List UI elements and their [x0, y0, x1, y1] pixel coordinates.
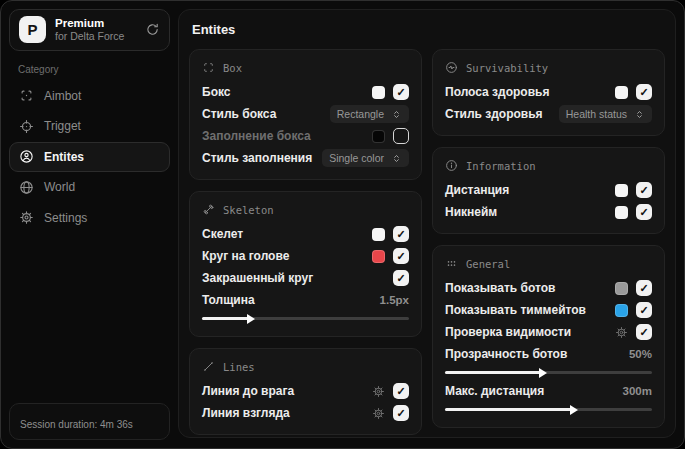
checkbox[interactable]: ✓	[636, 182, 652, 198]
person-icon	[19, 149, 34, 164]
setting-label: Стиль бокса	[202, 107, 276, 121]
setting-label: Показывать ботов	[445, 281, 555, 295]
checkbox[interactable]: ✓	[636, 280, 652, 296]
color-swatch[interactable]	[615, 184, 628, 197]
setting-controls: ✓	[615, 302, 652, 318]
sidebar-item-world[interactable]: World	[9, 172, 170, 203]
setting-row: Дистанция✓	[445, 179, 652, 201]
panel-title: Skeleton	[223, 204, 274, 216]
setting-row: Скелет✓	[202, 223, 409, 245]
sidebar-item-label: Aimbot	[44, 89, 81, 103]
setting-controls: ✓	[372, 226, 409, 242]
color-swatch[interactable]	[615, 206, 628, 219]
setting-controls: ✓	[615, 324, 652, 340]
dropdown-select[interactable]: Rectangle	[330, 105, 409, 123]
checkbox[interactable]: ✓	[393, 383, 409, 399]
dropdown-select[interactable]: Single color	[322, 149, 409, 167]
session-duration-label: Session duration: 4m 36s	[9, 403, 170, 440]
checkbox[interactable]: ✓	[393, 270, 409, 286]
sidebar-item-settings[interactable]: Settings	[9, 203, 170, 234]
config-gear-icon[interactable]	[372, 407, 385, 420]
slider[interactable]	[202, 313, 409, 323]
setting-controls: Rectangle	[330, 105, 409, 123]
bone-icon	[202, 203, 215, 216]
info-icon	[445, 159, 458, 172]
setting-row: Бокс✓	[202, 81, 409, 103]
premium-card: P Premium for Delta Force	[9, 9, 170, 51]
setting-label: Заполнение бокса	[202, 129, 311, 143]
pulse-icon	[445, 61, 458, 74]
setting-row: Показывать ботов✓	[445, 277, 652, 299]
slider-thumb[interactable]	[570, 405, 578, 415]
color-swatch[interactable]	[372, 228, 385, 241]
checkbox[interactable]: ✓	[393, 226, 409, 242]
sidebar-item-entites[interactable]: Entites	[9, 142, 170, 173]
slider-fill	[445, 371, 542, 374]
color-swatch[interactable]	[372, 250, 385, 263]
color-swatch[interactable]	[615, 86, 628, 99]
color-swatch[interactable]	[615, 304, 628, 317]
page-title: Entites	[192, 22, 665, 37]
setting-label: Стиль заполнения	[202, 151, 312, 165]
color-swatch[interactable]	[615, 282, 628, 295]
checkbox[interactable]: ✓	[636, 302, 652, 318]
setting-row: Заполнение бокса	[202, 125, 409, 147]
config-gear-icon[interactable]	[372, 385, 385, 398]
setting-label: Толщина	[202, 293, 255, 307]
color-swatch[interactable]	[372, 86, 385, 99]
slider-thumb[interactable]	[539, 368, 547, 378]
panel-header: Box	[202, 61, 409, 74]
setting-controls: ✓	[372, 383, 409, 399]
panel-box: BoxБокс✓Стиль боксаRectangleЗаполнение б…	[189, 49, 422, 180]
category-label: Category	[18, 64, 170, 75]
setting-row: Полоса здоровья✓	[445, 81, 652, 103]
dropdown-select[interactable]: Health status	[559, 105, 652, 123]
setting-label: Закрашенный круг	[202, 271, 313, 285]
slider[interactable]	[445, 367, 652, 377]
checkbox[interactable]: ✓	[636, 204, 652, 220]
setting-label: Прозрачность ботов	[445, 347, 567, 361]
main-panel: Entites BoxБокс✓Стиль боксаRectangleЗапо…	[178, 9, 676, 438]
app-window: P Premium for Delta Force Category Aimbo…	[0, 0, 685, 449]
app-logo: P	[19, 16, 46, 43]
crosshair-icon	[19, 119, 34, 134]
checkbox[interactable]: ✓	[636, 84, 652, 100]
gear-icon	[19, 210, 34, 225]
config-gear-icon[interactable]	[615, 326, 628, 339]
globe-icon	[19, 180, 34, 195]
checkbox[interactable]: ✓	[393, 248, 409, 264]
slider[interactable]	[445, 404, 652, 414]
setting-label: Стиль здоровья	[445, 107, 543, 121]
panel-skeleton: SkeletonСкелет✓Круг на голове✓Закрашенны…	[189, 191, 422, 337]
setting-row: Макс. дистанция300m	[445, 380, 652, 414]
checkbox[interactable]	[393, 128, 409, 144]
setting-row: Стиль здоровьяHealth status	[445, 103, 652, 125]
box-icon	[202, 61, 215, 74]
refresh-icon[interactable]	[145, 22, 160, 37]
sidebar-item-trigget[interactable]: Trigget	[9, 111, 170, 142]
sidebar: P Premium for Delta Force Category Aimbo…	[1, 1, 178, 448]
setting-row: Стиль заполненияSingle color	[202, 147, 409, 169]
sidebar-item-aimbot[interactable]: Aimbot	[9, 81, 170, 112]
slider-thumb[interactable]	[247, 314, 255, 324]
panel-title: Box	[223, 62, 242, 74]
setting-label: Скелет	[202, 227, 243, 241]
setting-row: Круг на голове✓	[202, 245, 409, 267]
setting-row: Толщина1.5px	[202, 289, 409, 323]
setting-controls: ✓	[615, 204, 652, 220]
dropdown-value: Rectangle	[337, 108, 384, 120]
setting-controls: ✓	[372, 248, 409, 264]
sidebar-item-label: Settings	[44, 211, 87, 225]
setting-label: Дистанция	[445, 183, 509, 197]
panel-column: SurvivabilityПолоса здоровья✓Стиль здоро…	[432, 49, 665, 428]
sidebar-item-label: Entites	[44, 150, 84, 164]
chevron-up-down-icon	[391, 153, 402, 164]
setting-controls	[372, 128, 409, 144]
columns: BoxБокс✓Стиль боксаRectangleЗаполнение б…	[189, 49, 665, 435]
checkbox[interactable]: ✓	[393, 84, 409, 100]
setting-row: Проверка видимости✓	[445, 321, 652, 343]
color-swatch[interactable]	[372, 130, 385, 143]
slider-value: 300m	[623, 385, 652, 397]
checkbox[interactable]: ✓	[636, 324, 652, 340]
checkbox[interactable]: ✓	[393, 405, 409, 421]
